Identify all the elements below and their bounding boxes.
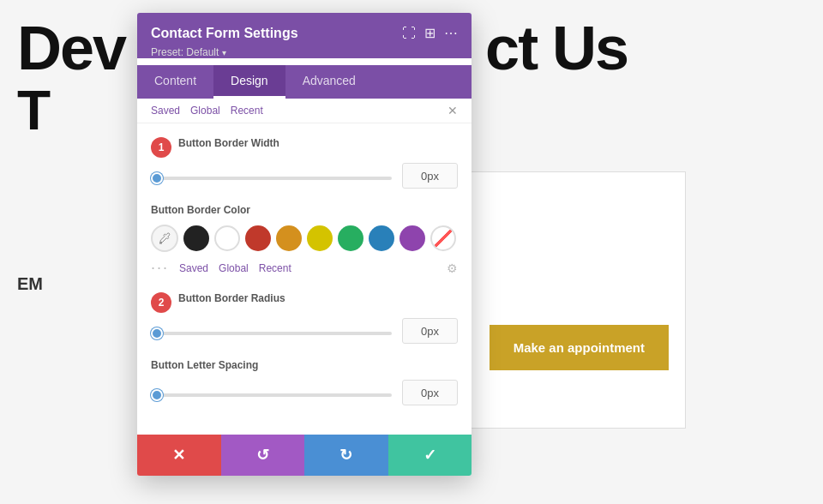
- panel-body: 1 Button Border Width 0px Button Border …: [137, 123, 472, 435]
- border-width-label: Button Border Width: [178, 137, 279, 149]
- preset-label: Preset: Default: [151, 46, 219, 58]
- settings-panel: Contact Form Settings ⛶ ⊞ ⋯ Preset: Defa…: [137, 13, 472, 476]
- swatch-white[interactable]: [214, 225, 240, 251]
- border-color-section: Button Border Color ···: [151, 204, 458, 277]
- border-width-section: 1 Button Border Width 0px: [151, 137, 458, 189]
- panel-footer: ✕ ↺ ↻ ✓: [137, 435, 472, 476]
- color-sub-tab-global[interactable]: Global: [219, 262, 249, 274]
- border-radius-value: 0px: [402, 318, 458, 344]
- swatch-purple[interactable]: [399, 225, 425, 251]
- panel-title: Contact Form Settings: [151, 26, 298, 41]
- border-color-label: Button Border Color: [151, 204, 458, 216]
- sub-tabs-bar: Saved Global Recent ✕: [137, 99, 472, 123]
- letter-spacing-slider-wrap: [151, 385, 392, 400]
- preset-arrow-icon: ▾: [222, 48, 226, 57]
- columns-icon[interactable]: ⊞: [424, 25, 436, 41]
- letter-spacing-label: Button Letter Spacing: [151, 359, 458, 371]
- border-radius-section: 2 Button Border Radius 0px: [151, 292, 458, 344]
- swatch-yellow[interactable]: [307, 225, 333, 251]
- cancel-button[interactable]: ✕: [137, 435, 221, 476]
- border-radius-slider-wrap: [151, 323, 392, 339]
- reset-button[interactable]: ↺: [221, 435, 305, 476]
- sub-tab-saved[interactable]: Saved: [151, 105, 180, 117]
- color-swatches-row: [151, 225, 458, 252]
- panel-preset[interactable]: Preset: Default ▾: [151, 46, 458, 58]
- border-radius-slider[interactable]: [151, 332, 392, 335]
- letter-spacing-slider[interactable]: [151, 393, 392, 397]
- color-gear-icon[interactable]: ⚙: [447, 261, 458, 275]
- tab-content[interactable]: Content: [137, 65, 213, 99]
- tab-design[interactable]: Design: [213, 65, 285, 99]
- svg-rect-0: [159, 243, 162, 244]
- tab-advanced[interactable]: Advanced: [285, 65, 373, 99]
- step2-badge: 2: [151, 292, 171, 313]
- swatch-transparent[interactable]: [430, 225, 456, 251]
- swatch-red[interactable]: [245, 225, 271, 251]
- border-radius-slider-row: 0px: [151, 318, 458, 344]
- letter-spacing-section: Button Letter Spacing 0px: [151, 359, 458, 405]
- bg-title-suffix: ct Us: [485, 14, 628, 82]
- panel-header-icons: ⛶ ⊞ ⋯: [402, 25, 458, 41]
- border-width-slider[interactable]: [151, 177, 392, 180]
- border-width-slider-row: 0px: [151, 163, 458, 189]
- border-radius-label-row: 2 Button Border Radius: [151, 292, 458, 313]
- border-width-label-row: 1 Button Border Width: [151, 137, 458, 158]
- color-sub-row: ··· Saved Global Recent ⚙: [151, 259, 458, 277]
- letter-spacing-slider-row: 0px: [151, 380, 458, 405]
- swatch-green[interactable]: [338, 225, 363, 251]
- panel-tabs: Content Design Advanced: [137, 65, 472, 99]
- swatch-orange[interactable]: [276, 225, 302, 251]
- appointment-button[interactable]: Make an appointment: [490, 325, 669, 370]
- sub-tab-global[interactable]: Global: [190, 105, 220, 117]
- eyedropper-icon[interactable]: [151, 225, 178, 252]
- expand-icon[interactable]: ⛶: [402, 26, 416, 41]
- redo-button[interactable]: ↻: [304, 435, 388, 476]
- dots-icon[interactable]: ···: [151, 259, 169, 277]
- swatch-blue[interactable]: [369, 225, 394, 251]
- sub-tab-recent[interactable]: Recent: [231, 105, 263, 117]
- step1-badge: 1: [151, 137, 171, 158]
- color-sub-tab-saved[interactable]: Saved: [179, 262, 208, 274]
- swatch-black[interactable]: [183, 225, 209, 251]
- panel-header: Contact Form Settings ⛶ ⊞ ⋯ Preset: Defa…: [137, 13, 472, 58]
- bg-em-label: EM: [17, 274, 43, 294]
- letter-spacing-value: 0px: [402, 380, 458, 405]
- color-sub-tab-recent[interactable]: Recent: [259, 262, 291, 274]
- border-width-slider-wrap: [151, 168, 392, 183]
- panel-header-top: Contact Form Settings ⛶ ⊞ ⋯: [151, 25, 458, 41]
- border-width-value: 0px: [402, 163, 458, 189]
- border-radius-label: Button Border Radius: [178, 292, 285, 304]
- sub-tab-close-icon[interactable]: ✕: [448, 104, 458, 117]
- more-icon[interactable]: ⋯: [444, 25, 458, 41]
- save-button[interactable]: ✓: [388, 435, 472, 476]
